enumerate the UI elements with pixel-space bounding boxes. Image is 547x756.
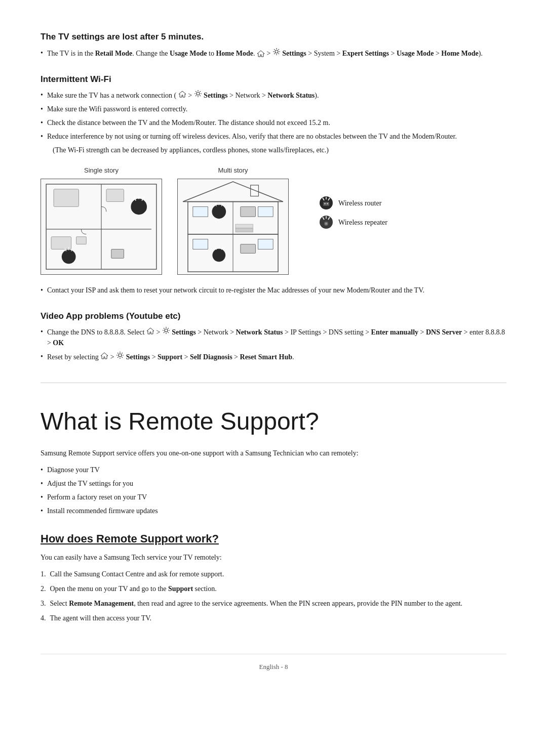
svg-line-36 <box>215 246 216 249</box>
repeater-legend-icon <box>319 215 333 229</box>
tv-settings-bullets: The TV is in the Retail Mode. Change the… <box>41 48 506 59</box>
wifi-heading: Intermittent Wi-Fi <box>41 73 506 86</box>
svg-rect-27 <box>193 206 208 217</box>
wifi-bullet-1: Make sure the TV has a network connectio… <box>41 90 506 101</box>
wifi-bullet-3: Check the distance between the TV and th… <box>41 117 506 128</box>
home-icon-4 <box>100 352 108 359</box>
single-story-label: Single story <box>84 165 119 176</box>
svg-rect-9 <box>54 189 79 206</box>
wifi-bullet-4: Reduce interference by not using or turn… <box>41 131 506 142</box>
multi-story-svg <box>177 179 289 275</box>
remote-support-section: What is Remote Support? Samsung Remote S… <box>41 383 506 623</box>
svg-rect-25 <box>193 239 208 249</box>
remote-support-intro: Samsung Remote Support service offers yo… <box>41 448 506 458</box>
step-3: 3. Select Remote Management, then read a… <box>41 598 506 609</box>
svg-point-35 <box>212 248 225 262</box>
gear-icon-2 <box>194 90 202 98</box>
svg-rect-40 <box>241 244 256 253</box>
multi-story-diagram: Multi story <box>177 165 289 275</box>
svg-rect-14 <box>111 249 124 258</box>
remote-support-heading: What is Remote Support? <box>41 403 506 440</box>
step-4: 4. The agent will then access your TV. <box>41 613 506 623</box>
svg-point-31 <box>212 204 226 219</box>
how-remote-heading: How does Remote Support work? <box>41 530 506 547</box>
svg-rect-26 <box>258 239 273 249</box>
legend: Wireless router Wireless repeater <box>319 196 387 229</box>
single-story-svg <box>41 179 162 275</box>
home-icon-2 <box>178 91 186 98</box>
tv-settings-section: The TV settings are lost after 5 minutes… <box>41 30 506 59</box>
svg-point-54 <box>165 329 168 332</box>
svg-line-38 <box>221 246 223 249</box>
home-icon-3 <box>146 327 154 334</box>
repeater-legend-label: Wireless repeater <box>338 217 387 228</box>
wifi-diagram: Single story <box>41 165 506 275</box>
how-remote-steps: 1. Call the Samsung Contact Centre and a… <box>41 569 506 623</box>
gear-icon <box>272 48 281 56</box>
svg-rect-39 <box>241 206 256 217</box>
svg-point-53 <box>325 223 327 225</box>
video-app-bullets: Change the DNS to 8.8.8.8. Select > Sett… <box>41 326 506 362</box>
how-remote-intro: You can easily have a Samsung Tech servi… <box>41 552 506 563</box>
wifi-bullets: Make sure the TV has a network connectio… <box>41 90 506 142</box>
svg-point-0 <box>275 50 278 53</box>
gear-icon-3 <box>162 326 170 334</box>
svg-rect-30 <box>236 228 253 232</box>
wifi-note: (The Wi-Fi strength can be decreased by … <box>53 145 506 155</box>
legend-repeater: Wireless repeater <box>319 215 387 229</box>
video-app-heading: Video App problems (Youtube etc) <box>41 310 506 323</box>
contact-isp-bullets: Contact your ISP and ask them to reset y… <box>41 285 506 296</box>
step-1: 1. Call the Samsung Contact Centre and a… <box>41 569 506 579</box>
wifi-section: Intermittent Wi-Fi Make sure the TV has … <box>41 73 506 296</box>
rs-bullet-2: Adjust the TV settings for you <box>41 478 506 489</box>
rs-bullet-1: Diagnose your TV <box>41 465 506 475</box>
svg-marker-21 <box>183 181 283 201</box>
footer-text: English - 8 <box>259 663 288 670</box>
single-story-diagram: Single story <box>41 165 162 275</box>
svg-point-55 <box>119 354 122 357</box>
tv-settings-bullet-1: The TV is in the Retail Mode. Change the… <box>41 48 506 59</box>
contact-isp-bullet: Contact your ISP and ask them to reset y… <box>41 285 506 296</box>
router-legend-label: Wireless router <box>338 198 381 208</box>
remote-support-bullets: Diagnose your TV Adjust the TV settings … <box>41 465 506 516</box>
home-icon <box>257 50 265 57</box>
rs-bullet-3: Perform a factory reset on your TV <box>41 492 506 502</box>
svg-rect-45 <box>323 202 329 206</box>
svg-rect-7 <box>76 236 87 244</box>
svg-point-15 <box>62 249 76 264</box>
svg-rect-29 <box>236 224 253 228</box>
wifi-bullet-2: Make sure the Wifi password is entered c… <box>41 104 506 114</box>
step-2: 2. Open the menu on your TV and go to th… <box>41 583 506 594</box>
svg-rect-47 <box>327 203 328 204</box>
svg-point-10 <box>131 198 147 215</box>
multi-story-label: Multi story <box>218 165 248 176</box>
legend-router: Wireless router <box>319 196 387 210</box>
video-app-bullet-2: Reset by selecting > Settings > Support … <box>41 351 506 362</box>
footer: English - 8 <box>41 654 506 672</box>
video-app-section: Video App problems (Youtube etc) Change … <box>41 310 506 363</box>
svg-rect-28 <box>258 206 273 217</box>
svg-rect-8 <box>106 189 124 201</box>
rs-bullet-4: Install recommended firmware updates <box>41 506 506 516</box>
svg-point-1 <box>197 92 200 95</box>
svg-rect-6 <box>51 236 71 249</box>
svg-rect-46 <box>324 203 326 204</box>
tv-settings-heading: The TV settings are lost after 5 minutes… <box>41 30 506 44</box>
video-app-bullet-1: Change the DNS to 8.8.8.8. Select > Sett… <box>41 326 506 348</box>
gear-icon-4 <box>116 351 124 359</box>
router-legend-icon <box>319 196 333 210</box>
